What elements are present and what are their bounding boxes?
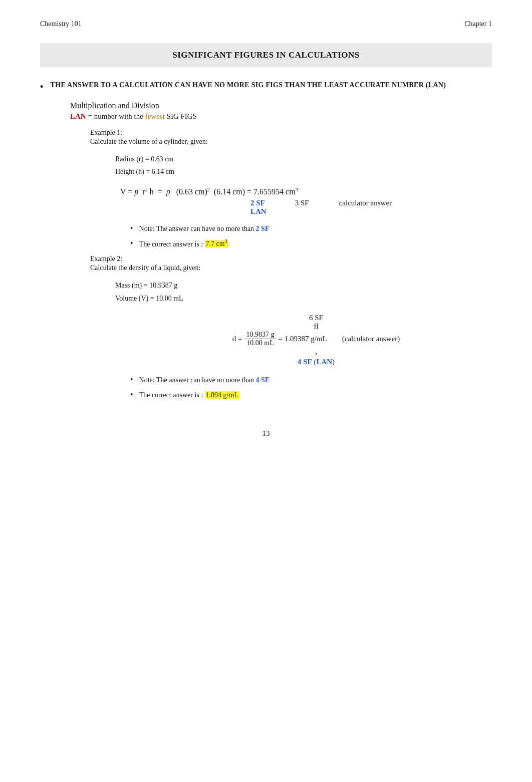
example2-block: Example 2: Calculate the density of a li… (90, 255, 492, 399)
given-height: Height (h) = 6.14 cm (115, 165, 492, 178)
example2-label: Example 2: (90, 255, 492, 263)
lan-label-ex2: LAN (316, 358, 332, 366)
note2-item: • Note: The answer can have no more than… (130, 375, 492, 384)
correct2-dot: • (130, 390, 133, 399)
header-chapter-number: 1 (488, 20, 492, 28)
given-volume: Volume (V) = 10.00 mL (115, 292, 492, 305)
example1-block: Example 1: Calculate the volume of a cyl… (90, 129, 492, 399)
lan-definition: LAN = number with the fewest SIG FIGS (70, 112, 492, 121)
given-mass: Mass (m) = 10.9387 g (115, 279, 492, 292)
lan-label-ex1: LAN (250, 207, 267, 215)
density-6sf: 6 SF (140, 314, 492, 322)
note1-dot: • (130, 224, 133, 233)
note1-sf: 2 SF (256, 225, 270, 232)
density-arrow: › (140, 349, 492, 358)
sf-3-label: 3 SF (295, 199, 309, 207)
correct1-dot: • (130, 239, 133, 248)
sf-row-example1: 2 SF 3 SF calculator answer (250, 199, 492, 207)
density-fl: fl (140, 322, 492, 331)
correct1-value: 7.7 cm3 (205, 240, 228, 247)
header-left: Chemistry 101 (40, 20, 82, 28)
density-4sf-lan: 4 SF (LAN) (140, 358, 492, 366)
density-fraction: 10.9837 g 10.00 mL (244, 331, 277, 347)
density-denominator: 10.00 mL (244, 339, 276, 347)
example2-desc: Calculate the density of a liquid, given… (90, 264, 492, 272)
example1-label: Example 1: (90, 129, 492, 137)
lan-acronym: LAN (70, 112, 86, 120)
example1-notes: • Note: The answer can have no more than… (130, 224, 492, 248)
main-bullet-text: THE ANSWER TO A CALCULATION CAN HAVE NO … (51, 81, 446, 89)
example2-given: Mass (m) = 10.9387 g Volume (V) = 10.00 … (115, 279, 492, 304)
lan-row-example1: LAN (250, 207, 492, 216)
example1-desc: Calculate the volume of a cylinder, give… (90, 138, 492, 146)
subsection-title: Multiplication and Division (70, 101, 492, 110)
correct2-item: • The correct answer is : 1.094 g/mL (130, 390, 492, 399)
note1-text: Note: The answer can have no more than 2… (139, 225, 270, 233)
density-result: = 1.09387 g/mL (279, 335, 327, 343)
section-title: SIGNIFICANT FIGURES IN CALCULATIONS (40, 43, 492, 67)
sf-2-label: 2 SF (250, 199, 265, 207)
bullet-dot: • (40, 82, 44, 91)
density-eq-row: d = 10.9837 g 10.00 mL = 1.09387 g/mL (c… (140, 331, 492, 347)
given-radius: Radius (r) = 0.63 cm (115, 153, 492, 165)
fewest-text: fewest (145, 112, 165, 120)
page-header: Chemistry 101 Chapter 1 (40, 20, 492, 28)
correct1-item: • The correct answer is : 7.7 cm3 (130, 239, 492, 248)
lan-middle-text: = number with the (88, 112, 145, 120)
lan-suffix-text: SIG FIGS (167, 112, 197, 120)
subsection-mult-div: Multiplication and Division LAN = number… (70, 101, 492, 399)
sf-4-label: 4 SF (298, 358, 312, 366)
density-numerator: 10.9837 g (244, 331, 277, 339)
header-right: Chapter 1 (464, 20, 492, 28)
example2-notes: • Note: The answer can have no more than… (130, 375, 492, 399)
example1-given: Radius (r) = 0.63 cm Height (h) = 6.14 c… (115, 153, 492, 178)
formula-v-equals: V = p r2 h = p (0.63 cm)2 (6.14 cm) = 7.… (120, 187, 298, 196)
note1-item: • Note: The answer can have no more than… (130, 224, 492, 233)
note2-text: Note: The answer can have no more than 4… (139, 376, 270, 384)
header-chapter-prefix: Chapter (464, 20, 486, 28)
correct1-text: The correct answer is : 7.7 cm3 (139, 239, 228, 248)
correct2-text: The correct answer is : 1.094 g/mL (139, 391, 239, 399)
lan-close-paren: ) (332, 358, 335, 366)
density-d-eq: d = (232, 335, 242, 343)
note2-sf: 4 SF (256, 376, 270, 384)
correct2-value: 1.094 g/mL (205, 391, 239, 399)
note2-dot: • (130, 375, 133, 384)
page-number: 13 (40, 429, 492, 438)
main-bullet: • THE ANSWER TO A CALCULATION CAN HAVE N… (40, 81, 492, 91)
density-calc: (calculator answer) (342, 335, 400, 343)
formula-eq-row: V = p r2 h = p (0.63 cm)2 (6.14 cm) = 7.… (120, 187, 492, 196)
example1-formula: V = p r2 h = p (0.63 cm)2 (6.14 cm) = 7.… (120, 187, 492, 215)
density-formula-section: 6 SF fl d = 10.9837 g 10.00 mL = 1.09387… (140, 314, 492, 366)
calc-answer-label: calculator answer (339, 199, 392, 207)
